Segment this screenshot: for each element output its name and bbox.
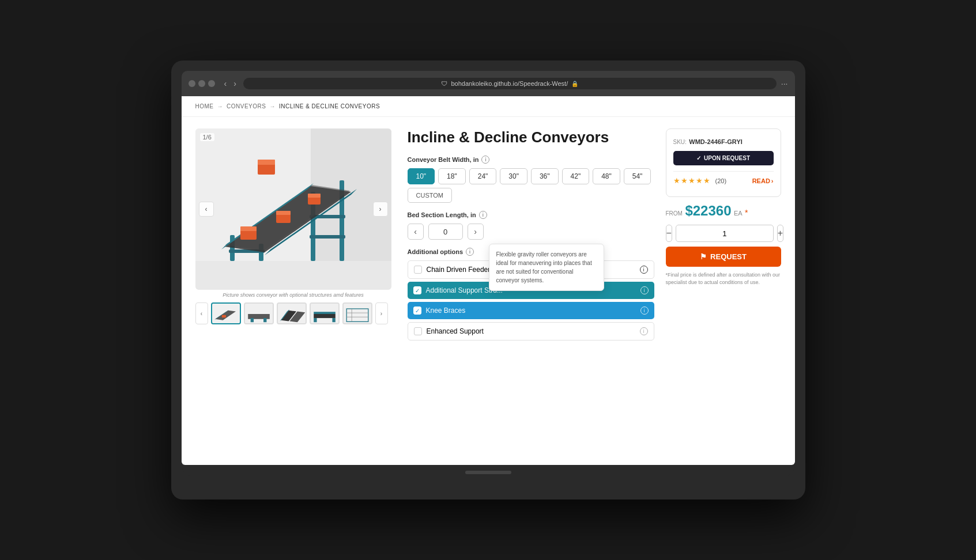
- browser-nav: ‹ ›: [222, 78, 239, 89]
- address-bar[interactable]: 🛡 bohdankoleiko.github.io/Speedrack-West…: [243, 78, 777, 89]
- belt-btn-54[interactable]: 54": [624, 168, 651, 184]
- svg-rect-29: [250, 318, 253, 322]
- belt-btn-24[interactable]: 24": [469, 168, 497, 184]
- main-image: 1/6: [195, 128, 391, 290]
- option-knee-braces-label: Knee Braces: [426, 307, 636, 315]
- belt-width-label: Conveyor Belt Width, in i: [408, 156, 654, 164]
- belt-btn-custom[interactable]: CUSTOM: [408, 188, 452, 203]
- stars: ★★★★★: [673, 176, 711, 185]
- bed-length-increment[interactable]: ›: [468, 224, 484, 240]
- svg-rect-18: [276, 211, 291, 215]
- shield-icon: 🛡: [441, 80, 447, 87]
- bed-length-input[interactable]: [428, 224, 463, 240]
- belt-width-info-icon[interactable]: i: [481, 156, 489, 164]
- option-enhanced-support-label: Enhanced Support: [427, 327, 635, 335]
- option-additional-support-checkbox[interactable]: ✓: [413, 286, 421, 294]
- read-button[interactable]: READ ›: [752, 177, 774, 184]
- sku-row: SKU: WMD-2446F-GRYI: [673, 136, 774, 146]
- dot-3: [208, 80, 215, 87]
- svg-rect-1: [195, 261, 391, 290]
- dot-2: [198, 80, 205, 87]
- breadcrumb-current: INCLINE & DECLINE CONVEYORS: [279, 103, 380, 109]
- option-additional-support-info[interactable]: i: [640, 286, 649, 294]
- image-prev-button[interactable]: ‹: [199, 202, 214, 217]
- option-knee-braces[interactable]: ✓ Knee Braces i: [408, 302, 654, 319]
- belt-btn-42[interactable]: 42": [562, 168, 590, 184]
- sku-box: SKU: WMD-2446F-GRYI ✓ UPON REQUEST ★★★★★…: [666, 128, 781, 197]
- bed-section: Bed Section Length, in i ‹ ›: [408, 211, 654, 240]
- conveyor-illustration: [195, 128, 391, 290]
- price-unit: EA: [734, 210, 743, 217]
- rating-count: (20): [715, 177, 727, 184]
- more-icon[interactable]: ···: [781, 79, 788, 88]
- breadcrumb-conveyors[interactable]: CONVEYORS: [227, 103, 266, 109]
- option-chain-driven-info[interactable]: i: [640, 266, 648, 274]
- price-section: FROM $22360 EA *: [666, 203, 781, 219]
- svg-rect-16: [240, 226, 257, 231]
- svg-marker-39: [314, 312, 336, 314]
- belt-btn-18[interactable]: 18": [438, 168, 466, 184]
- image-next-button[interactable]: ›: [373, 202, 388, 217]
- breadcrumb: HOME → CONVEYORS → INCLINE & DECLINE CON…: [182, 96, 795, 117]
- belt-btn-30[interactable]: 30": [500, 168, 527, 184]
- thumbnail-1[interactable]: [211, 302, 241, 324]
- option-enhanced-support-checkbox[interactable]: [414, 327, 422, 335]
- back-button[interactable]: ‹: [222, 78, 229, 89]
- thumbnail-3[interactable]: [277, 302, 307, 324]
- product-page: 1/6: [182, 117, 795, 359]
- price-asterisk: *: [745, 208, 748, 217]
- bed-length-control: ‹ ›: [408, 224, 654, 240]
- belt-btn-36[interactable]: 36": [531, 168, 559, 184]
- additional-options-info-icon[interactable]: i: [466, 248, 474, 256]
- belt-btn-10[interactable]: 10": [408, 168, 435, 184]
- read-label: READ: [752, 177, 770, 184]
- sku-label: SKU:: [673, 139, 687, 145]
- additional-options: Additional options i Chain Driven Feeder…: [408, 248, 654, 340]
- from-label: FROM: [666, 210, 683, 217]
- option-knee-braces-info[interactable]: i: [640, 307, 649, 315]
- bed-section-info-icon[interactable]: i: [479, 211, 487, 219]
- image-section: 1/6: [195, 128, 391, 347]
- upon-request-button[interactable]: ✓ UPON REQUEST: [673, 151, 774, 165]
- thumb-next-button[interactable]: ›: [375, 302, 388, 324]
- svg-rect-38: [332, 318, 335, 322]
- thumbnail-2[interactable]: [244, 302, 274, 324]
- option-enhanced-support[interactable]: Enhanced Support i: [408, 322, 654, 340]
- belt-width-section: Conveyor Belt Width, in i 10" 18" 24" 30…: [408, 156, 654, 203]
- request-icon: ⚑: [700, 252, 707, 261]
- option-chain-driven-checkbox[interactable]: [414, 266, 422, 274]
- bed-length-decrement[interactable]: ‹: [408, 224, 424, 240]
- thumbnail-4[interactable]: [310, 302, 340, 324]
- svg-rect-30: [263, 318, 266, 322]
- upon-request-check-icon: ✓: [696, 155, 701, 161]
- quantity-plus-button[interactable]: +: [777, 225, 783, 242]
- option-enhanced-support-info[interactable]: i: [640, 327, 648, 335]
- quantity-input[interactable]: [676, 225, 774, 242]
- option-knee-braces-checkbox[interactable]: ✓: [413, 307, 421, 315]
- lock-icon: 🔒: [571, 81, 578, 87]
- product-title: Incline & Decline Conveyors: [408, 128, 654, 146]
- read-arrow: ›: [771, 177, 774, 184]
- breadcrumb-arrow-1: →: [217, 103, 224, 109]
- svg-rect-19: [308, 196, 321, 205]
- tooltip-box: Flexible gravity roller conveyors are id…: [489, 244, 604, 291]
- svg-rect-22: [258, 160, 275, 165]
- svg-rect-37: [314, 318, 316, 322]
- thumb-prev-button[interactable]: ‹: [195, 302, 208, 324]
- thumbnails: ‹: [195, 302, 391, 324]
- laptop-bottom: [182, 465, 795, 476]
- belt-btn-48[interactable]: 48": [593, 168, 620, 184]
- browser-actions: ···: [781, 79, 788, 88]
- image-counter: 1/6: [200, 133, 214, 141]
- quantity-control: − +: [666, 225, 781, 242]
- quantity-minus-button[interactable]: −: [666, 225, 672, 242]
- request-button[interactable]: ⚑ REQUEST: [666, 247, 781, 267]
- forward-button[interactable]: ›: [231, 78, 239, 89]
- breadcrumb-home[interactable]: HOME: [195, 103, 214, 109]
- thumbnail-5[interactable]: [342, 302, 372, 324]
- final-price-note: *Final price is defined after a consulta…: [666, 271, 781, 286]
- option-chain-driven[interactable]: Chain Driven Feeder i Flexible gravity r…: [408, 260, 654, 279]
- rating-row: ★★★★★ (20) READ ›: [673, 171, 774, 190]
- url-text: bohdankoleiko.github.io/Speedrack-West/: [451, 80, 568, 87]
- svg-rect-20: [308, 194, 321, 198]
